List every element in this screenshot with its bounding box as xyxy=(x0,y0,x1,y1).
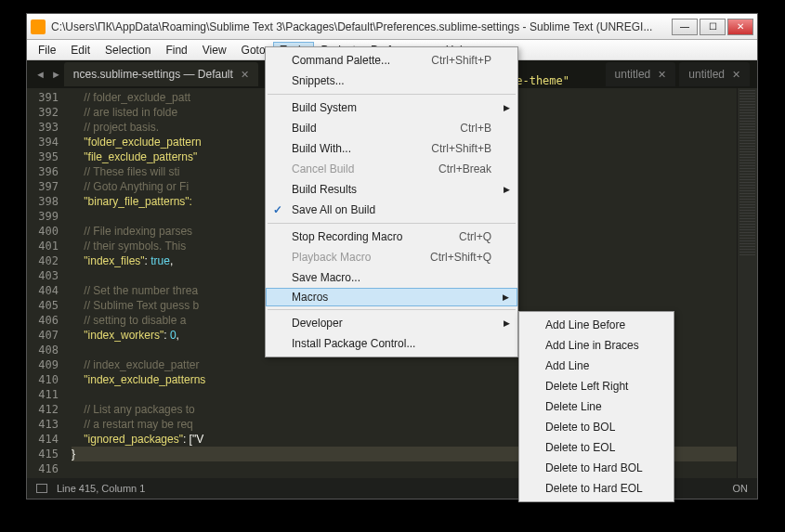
menu-view[interactable]: View xyxy=(195,42,234,58)
tab-scroll-right-icon[interactable]: ► xyxy=(48,69,64,80)
menu-item-macros[interactable]: Macros▶ xyxy=(266,288,517,306)
tab-label: untitled xyxy=(688,68,725,81)
menu-item-developer[interactable]: Developer▶ xyxy=(266,313,517,333)
menu-selection[interactable]: Selection xyxy=(98,42,158,58)
menu-item-snippets[interactable]: Snippets... xyxy=(266,71,517,91)
macro-item-delete-left-right[interactable]: Delete Left Right xyxy=(519,376,674,396)
menu-item-label: Stop Recording Macro xyxy=(292,230,402,243)
menu-item-label: Developer xyxy=(292,317,343,330)
macro-item-label: Add Line Before xyxy=(545,318,625,331)
close-button[interactable]: ✕ xyxy=(727,19,753,35)
macro-item-delete-to-hard-bol[interactable]: Delete to Hard BOL xyxy=(519,458,674,478)
tab[interactable]: untitled✕ xyxy=(606,62,676,86)
macro-item-label: Delete to EOL xyxy=(545,441,615,454)
menu-shortcut: Ctrl+Shift+P xyxy=(403,54,491,67)
macro-item-add-line-before[interactable]: Add Line Before xyxy=(519,315,674,335)
macro-item-label: Add Line xyxy=(545,359,589,372)
menu-item-label: Macros xyxy=(292,291,328,304)
menu-item-label: Cancel Build xyxy=(292,162,354,175)
menu-item-label: Save All on Build xyxy=(292,203,375,216)
menu-separator xyxy=(268,94,516,95)
menu-separator xyxy=(268,223,516,224)
macro-item-delete-to-eol[interactable]: Delete to EOL xyxy=(519,437,674,458)
tab[interactable]: untitled✕ xyxy=(679,62,750,86)
check-icon: ✓ xyxy=(273,203,282,216)
menu-item-install-package-control[interactable]: Install Package Control... xyxy=(266,333,517,354)
menu-edit[interactable]: Edit xyxy=(63,42,98,58)
minimize-button[interactable]: — xyxy=(672,19,698,35)
macro-item-add-line-in-braces[interactable]: Add Line in Braces xyxy=(519,335,674,356)
menu-item-label: Snippets... xyxy=(292,74,345,87)
menu-item-build-system[interactable]: Build System▶ xyxy=(266,97,517,118)
tab-close-icon[interactable]: ✕ xyxy=(241,69,249,81)
menu-shortcut: Ctrl+B xyxy=(432,122,491,135)
menu-separator xyxy=(268,309,516,310)
menu-find[interactable]: Find xyxy=(158,42,194,58)
menu-shortcut: Ctrl+Shift+Q xyxy=(402,251,491,264)
tools-menu-dropdown: Command Palette...Ctrl+Shift+PSnippets..… xyxy=(265,46,518,357)
menu-item-label: Save Macro... xyxy=(292,271,360,284)
macro-item-label: Delete to Hard BOL xyxy=(545,461,643,474)
menu-item-stop-recording-macro[interactable]: Stop Recording MacroCtrl+Q xyxy=(266,227,517,247)
app-icon xyxy=(31,19,46,34)
tab-close-icon[interactable]: ✕ xyxy=(658,69,666,81)
menu-item-build-results[interactable]: Build Results▶ xyxy=(266,179,517,200)
menu-item-label: Playback Macro xyxy=(292,251,371,264)
status-right: ON xyxy=(733,483,749,494)
tab-label: untitled xyxy=(615,68,651,81)
window-title: C:\Users\ПК\AppData\Roaming\Sublime Text… xyxy=(51,20,670,33)
menu-item-build[interactable]: BuildCtrl+B xyxy=(266,118,517,138)
menu-shortcut: Ctrl+Shift+B xyxy=(403,142,491,155)
macro-item-label: Delete to Hard EOL xyxy=(545,482,643,495)
tab-scroll-left-icon[interactable]: ◄ xyxy=(33,69,48,80)
menu-item-label: Build With... xyxy=(292,142,351,155)
macros-submenu-dropdown: Add Line BeforeAdd Line in BracesAdd Lin… xyxy=(518,311,674,502)
titlebar[interactable]: C:\Users\ПК\AppData\Roaming\Sublime Text… xyxy=(27,14,757,40)
panel-toggle-icon[interactable] xyxy=(36,484,47,493)
menu-item-build-with[interactable]: Build With...Ctrl+Shift+B xyxy=(266,138,517,159)
submenu-arrow-icon: ▶ xyxy=(503,292,509,302)
submenu-arrow-icon: ▶ xyxy=(504,185,510,194)
menu-file[interactable]: File xyxy=(31,42,63,58)
menu-item-command-palette[interactable]: Command Palette...Ctrl+Shift+P xyxy=(266,50,517,71)
macro-item-delete-to-bol[interactable]: Delete to BOL xyxy=(519,417,674,437)
tab-close-icon[interactable]: ✕ xyxy=(732,69,740,81)
window-controls: — ☐ ✕ xyxy=(670,19,753,35)
menu-item-label: Build Results xyxy=(292,183,357,196)
menu-item-save-macro[interactable]: Save Macro... xyxy=(266,267,517,288)
menu-item-label: Install Package Control... xyxy=(292,337,415,350)
menu-shortcut: Ctrl+Break xyxy=(411,162,491,175)
macro-item-label: Delete to BOL xyxy=(545,421,615,434)
macro-item-delete-line[interactable]: Delete Line xyxy=(519,396,674,417)
macro-item-delete-to-hard-eol[interactable]: Delete to Hard EOL xyxy=(519,478,674,499)
menu-shortcut: Ctrl+Q xyxy=(431,230,491,243)
menu-item-playback-macro: Playback MacroCtrl+Shift+Q xyxy=(266,247,517,267)
menu-item-cancel-build: Cancel BuildCtrl+Break xyxy=(266,159,517,179)
minimap-thumb xyxy=(739,90,755,257)
submenu-arrow-icon: ▶ xyxy=(504,318,510,328)
menu-item-label: Command Palette... xyxy=(292,54,390,67)
submenu-arrow-icon: ▶ xyxy=(504,103,510,112)
macro-item-label: Delete Line xyxy=(545,400,602,413)
status-position: Line 415, Column 1 xyxy=(57,483,145,494)
minimap[interactable] xyxy=(737,88,757,478)
macro-item-add-line[interactable]: Add Line xyxy=(519,356,674,376)
line-gutter: 391 392 393 394 395 396 397 398 399 400 … xyxy=(27,88,66,478)
menu-item-label: Build System xyxy=(292,101,357,114)
maximize-button[interactable]: ☐ xyxy=(700,19,726,35)
macro-item-label: Add Line in Braces xyxy=(545,339,639,352)
macro-item-label: Delete Left Right xyxy=(545,380,628,393)
menu-item-label: Build xyxy=(292,122,317,135)
tab-label: nces.sublime-settings — Default xyxy=(73,68,233,81)
menu-item-save-all-on-build[interactable]: ✓Save All on Build xyxy=(266,200,517,220)
tab[interactable]: nces.sublime-settings — Default✕ xyxy=(64,62,258,86)
